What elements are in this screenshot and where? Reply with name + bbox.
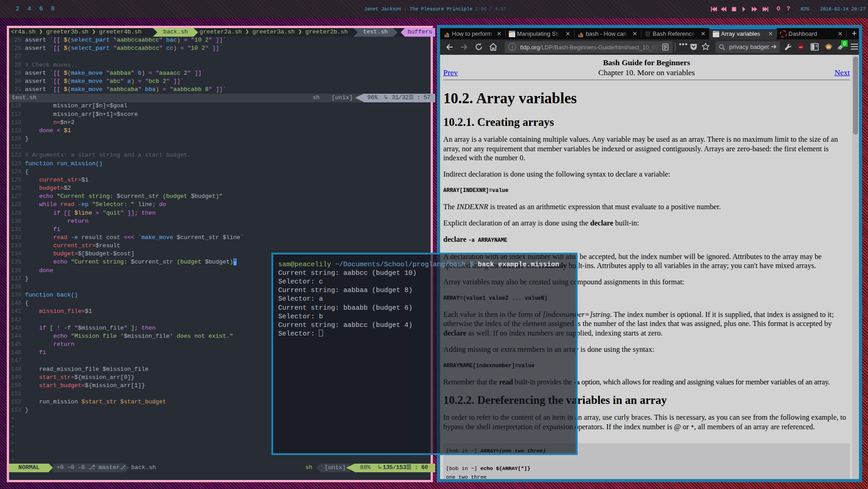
svg-text:uO: uO <box>799 46 802 48</box>
